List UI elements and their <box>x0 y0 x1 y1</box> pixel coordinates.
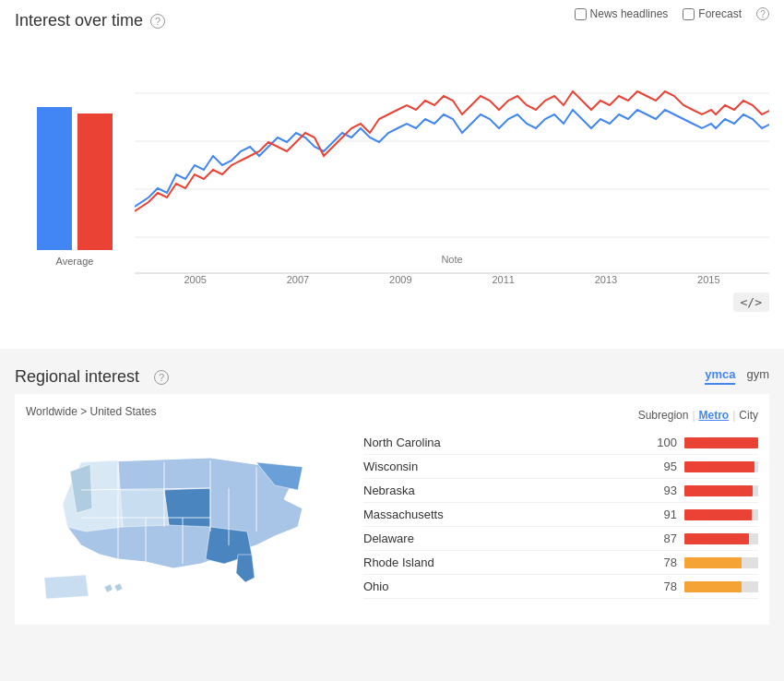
region-value: 100 <box>649 436 677 449</box>
news-headlines-input[interactable] <box>575 8 587 20</box>
table-row: Rhode Island78 <box>363 551 758 575</box>
table-row: Wisconsin95 <box>363 455 758 479</box>
tab-gym[interactable]: gym <box>746 367 769 385</box>
region-name: Nebraska <box>363 484 642 497</box>
map-section: Worldwide > United States <box>26 405 349 610</box>
metro-tab[interactable]: Metro <box>699 409 730 422</box>
region-name: Rhode Island <box>363 556 642 569</box>
x-label-2015: 2015 <box>697 274 719 285</box>
blue-line <box>135 110 769 207</box>
table-row: North Carolina100 <box>363 431 758 455</box>
embed-button[interactable]: </> <box>733 293 769 312</box>
region-value: 93 <box>649 484 677 497</box>
region-bar-container <box>684 557 758 568</box>
region-bar-fill <box>684 485 753 496</box>
table-row: Delaware87 <box>363 527 758 551</box>
region-bar-container <box>684 509 758 520</box>
data-table: Subregion | Metro | City North Carolina1… <box>363 405 758 610</box>
avg-bar-red <box>77 114 113 250</box>
region-bar-fill <box>684 581 742 592</box>
region-value: 78 <box>649 579 677 593</box>
region-bar-fill <box>684 461 754 472</box>
region-name: Ohio <box>363 579 642 593</box>
note-label: Note <box>441 254 462 265</box>
interest-help-icon[interactable]: ? <box>150 14 165 29</box>
forecast-input[interactable] <box>683 8 695 20</box>
region-bar-container <box>684 485 758 496</box>
region-bar-container <box>684 461 758 472</box>
region-bar-container <box>684 533 758 544</box>
region-bar-fill <box>684 437 758 448</box>
avg-bar-blue <box>37 107 72 250</box>
forecast-help-icon[interactable]: ? <box>756 7 769 20</box>
region-value: 95 <box>649 460 677 473</box>
forecast-checkbox[interactable]: Forecast <box>683 7 742 20</box>
region-value: 78 <box>649 556 677 569</box>
tab-ymca[interactable]: ymca <box>705 367 735 385</box>
region-value: 87 <box>649 532 677 545</box>
table-row: Massachusetts91 <box>363 503 758 527</box>
interest-over-time-title: Interest over time <box>15 11 143 30</box>
regional-interest-title: Regional interest <box>15 367 139 387</box>
red-line <box>135 91 769 211</box>
region-value: 91 <box>649 508 677 521</box>
region-bar-fill <box>684 533 749 544</box>
news-headlines-checkbox[interactable]: News headlines <box>575 7 669 20</box>
region-name: Wisconsin <box>363 460 642 473</box>
breadcrumb: Worldwide > United States <box>26 405 349 418</box>
region-name: North Carolina <box>363 436 642 449</box>
news-headlines-label: News headlines <box>590 7 669 20</box>
city-tab[interactable]: City <box>739 409 758 422</box>
table-row: Ohio78 <box>363 575 758 599</box>
regional-help-icon[interactable]: ? <box>154 370 169 385</box>
subregion-tab[interactable]: Subregion <box>638 409 689 422</box>
divider-1: | <box>692 409 695 422</box>
x-label-2009: 2009 <box>389 274 411 285</box>
region-bar-fill <box>684 509 752 520</box>
region-name: Massachusetts <box>363 508 642 521</box>
region-bar-container <box>684 437 758 448</box>
x-label-2007: 2007 <box>287 274 309 285</box>
avg-label: Average <box>56 256 94 267</box>
x-label-2005: 2005 <box>184 274 206 285</box>
x-label-2013: 2013 <box>595 274 617 285</box>
forecast-label: Forecast <box>698 7 742 20</box>
region-name: Delaware <box>363 532 642 545</box>
region-bar-container <box>684 581 758 592</box>
usa-map[interactable] <box>26 425 330 610</box>
x-label-2011: 2011 <box>492 274 514 285</box>
region-bar-fill <box>684 557 742 568</box>
table-row: Nebraska93 <box>363 479 758 503</box>
divider-2: | <box>732 409 735 422</box>
